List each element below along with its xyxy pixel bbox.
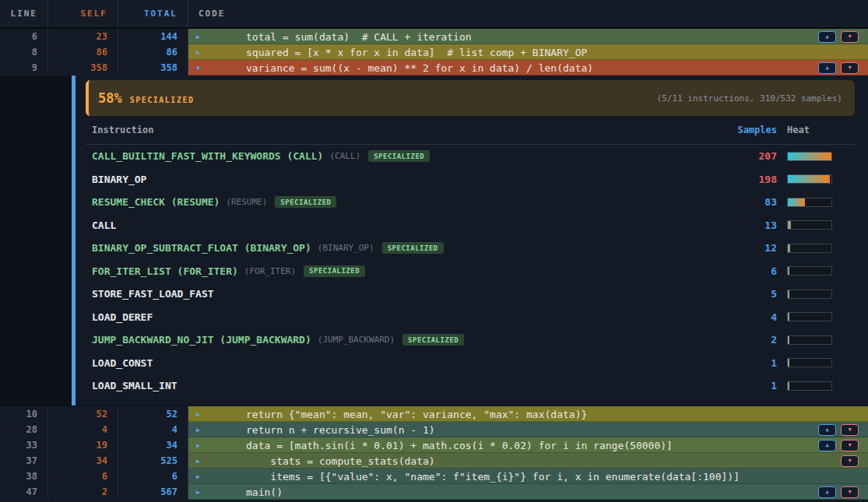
code-row[interactable]: 472567▶main()▲▼ — [0, 484, 868, 500]
jump-up-button[interactable]: ▲ — [818, 62, 836, 74]
row-nav-buttons: ▲▼ — [818, 31, 859, 43]
jump-down-button[interactable]: ▼ — [841, 424, 859, 436]
code-row[interactable]: 2844▶return n + recursive_sum(n - 1)▲▼ — [0, 422, 868, 437]
up-arrow-icon: ▲ — [825, 427, 828, 433]
total-samples: 4 — [118, 422, 188, 437]
code-cell[interactable]: ▶return {"mean": mean, "var": variance, … — [188, 406, 868, 422]
summary-meta: (5/11 instructions, 310/532 samples) — [657, 93, 842, 104]
instruction-row: STORE_FAST_LOAD_FAST5 — [86, 283, 855, 306]
jump-down-button[interactable]: ▼ — [841, 31, 859, 43]
code-cell[interactable]: ▶total = sum(data) # CALL + iteration▲▼ — [188, 29, 868, 44]
code-cell[interactable]: ▶ stats = compute_stats(data)▼ — [188, 453, 868, 469]
total-samples: 86 — [118, 44, 188, 60]
base-instruction-name: (JUMP_BACKWARD) — [318, 335, 395, 345]
summary-left: 58% SPECIALIZED — [98, 90, 194, 106]
expand-icon[interactable]: ▶ — [196, 437, 200, 453]
column-header-code: CODE — [188, 0, 868, 27]
row-nav-buttons: ▲▼ — [818, 424, 859, 436]
heat-bar-fill — [788, 221, 791, 229]
specialized-label: SPECIALIZED — [130, 96, 195, 104]
self-samples: 4 — [48, 422, 118, 437]
jump-up-button[interactable]: ▲ — [818, 424, 836, 436]
code-row[interactable]: 3734525▶ stats = compute_stats(data)▼ — [0, 453, 868, 469]
line-number: 28 — [0, 422, 48, 437]
expand-icon[interactable]: ▶ — [196, 422, 200, 437]
heat-bar-fill — [788, 290, 789, 298]
expand-icon[interactable]: ▶ — [196, 453, 200, 469]
code-text: total = sum(data) # CALL + iteration — [188, 31, 472, 43]
expand-icon[interactable]: ▶ — [196, 484, 200, 500]
code-text: main() — [188, 486, 283, 498]
jump-up-button[interactable]: ▲ — [818, 31, 836, 43]
instruction-name: RESUME_CHECK (RESUME) — [92, 196, 220, 208]
instruction-name-group: BINARY_OP_SUBTRACT_FLOAT (BINARY_OP)(BIN… — [92, 242, 684, 254]
jump-down-button[interactable]: ▼ — [841, 62, 859, 74]
total-samples: 358 — [118, 60, 188, 75]
self-samples: 6 — [48, 469, 118, 484]
code-cell[interactable]: ▶main()▲▼ — [188, 484, 868, 500]
instruction-name-group: STORE_FAST_LOAD_FAST — [92, 288, 684, 300]
heat-bar — [787, 266, 832, 276]
expand-icon[interactable]: ▶ — [196, 29, 200, 44]
sample-count: 83 — [684, 196, 777, 208]
jump-down-button[interactable]: ▼ — [841, 455, 859, 467]
heat-bar-fill — [788, 336, 789, 344]
code-text: data = [math.sin(i * 0.01) + math.cos(i … — [188, 440, 673, 451]
instruction-name: BINARY_OP_SUBTRACT_FLOAT (BINARY_OP) — [92, 242, 311, 254]
heat-bar — [787, 198, 832, 207]
up-arrow-icon: ▲ — [825, 443, 828, 448]
self-samples: 19 — [48, 437, 118, 453]
instruction-name: STORE_FAST_LOAD_FAST — [92, 288, 214, 300]
self-samples: 2 — [48, 484, 118, 500]
down-arrow-icon: ▼ — [848, 427, 851, 433]
panel-content: 58% SPECIALIZED (5/11 instructions, 310/… — [86, 75, 855, 405]
total-samples: 52 — [118, 406, 188, 422]
self-samples: 358 — [48, 60, 118, 75]
down-arrow-icon: ▼ — [848, 34, 851, 40]
code-row[interactable]: 623144▶total = sum(data) # CALL + iterat… — [0, 29, 868, 44]
instruction-row: BINARY_OP_SUBTRACT_FLOAT (BINARY_OP)(BIN… — [86, 237, 855, 260]
jump-up-button[interactable]: ▲ — [818, 440, 836, 451]
expand-icon[interactable]: ▶ — [196, 406, 200, 422]
heat-bar-fill — [788, 244, 790, 252]
code-row[interactable]: 105252▶return {"mean": mean, "var": vari… — [0, 406, 868, 422]
panel-gutter — [0, 75, 72, 405]
line-number: 6 — [0, 29, 48, 44]
line-number: 33 — [0, 437, 48, 453]
heat-bar-fill — [788, 382, 789, 390]
jump-up-button[interactable]: ▲ — [818, 486, 836, 498]
heat-bar-fill — [788, 175, 830, 183]
code-cell[interactable]: ▶data = [math.sin(i * 0.01) + math.cos(i… — [188, 437, 868, 453]
total-samples: 6 — [118, 469, 188, 484]
code-row[interactable]: 331934▶data = [math.sin(i * 0.01) + math… — [0, 437, 868, 453]
instruction-name-group: LOAD_DEREF — [92, 311, 684, 323]
line-number: 9 — [0, 60, 48, 75]
code-row[interactable]: 88686▶squared = [x * x for x in data] # … — [0, 44, 868, 60]
instruction-name-group: CALL_BUILTIN_FAST_WITH_KEYWORDS (CALL)(C… — [92, 150, 684, 162]
sample-count: 1 — [684, 380, 777, 391]
code-cell[interactable]: ▶return n + recursive_sum(n - 1)▲▼ — [188, 422, 868, 437]
heat-bar — [787, 381, 832, 391]
code-cell[interactable]: ▶squared = [x * x for x in data] # list … — [188, 44, 868, 60]
heat-bar-fill — [788, 313, 789, 321]
expanded-row-connector-bar — [72, 75, 76, 405]
line-number: 8 — [0, 44, 48, 60]
jump-down-button[interactable]: ▼ — [841, 486, 859, 498]
heat-bar — [787, 312, 832, 321]
code-row[interactable]: 3866▶ items = [{"value": x, "name": f"it… — [0, 469, 868, 484]
expand-icon[interactable]: ▶ — [196, 44, 200, 60]
heat-bar — [787, 152, 832, 161]
code-cell[interactable]: ▼variance = sum((x - mean) ** 2 for x in… — [188, 60, 868, 75]
collapse-icon[interactable]: ▼ — [196, 60, 200, 75]
base-instruction-name: (FOR_ITER) — [244, 266, 296, 276]
code-row[interactable]: 9358358▼variance = sum((x - mean) ** 2 f… — [0, 60, 868, 75]
up-arrow-icon: ▲ — [825, 65, 828, 71]
jump-down-button[interactable]: ▼ — [841, 440, 859, 451]
heat-column-header: Heat — [787, 125, 832, 135]
expand-icon[interactable]: ▶ — [196, 469, 200, 484]
code-cell[interactable]: ▶ items = [{"value": x, "name": f"item_{… — [188, 469, 868, 484]
sample-count: 6 — [684, 265, 777, 277]
code-text: return n + recursive_sum(n - 1) — [188, 424, 435, 436]
instruction-row: CALL_BUILTIN_FAST_WITH_KEYWORDS (CALL)(C… — [86, 145, 855, 168]
heat-bar — [787, 335, 832, 345]
